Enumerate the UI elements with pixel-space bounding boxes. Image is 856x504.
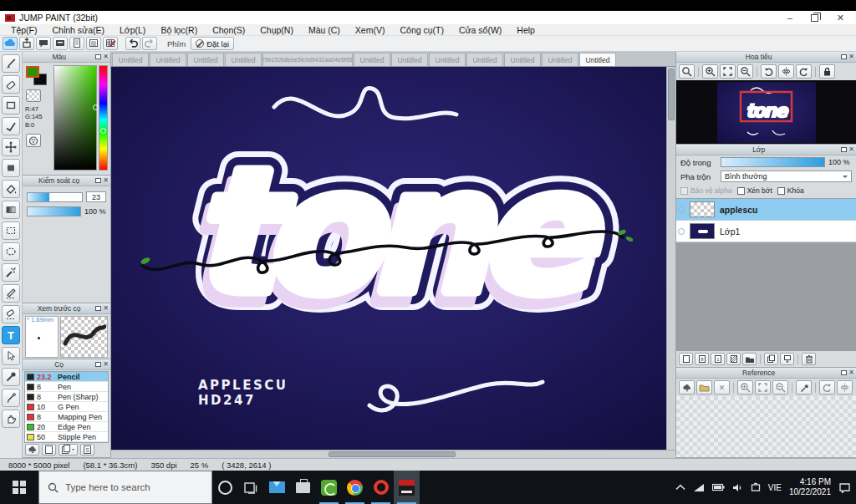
navigator-preview[interactable]: tone — [676, 80, 856, 144]
brush-tool[interactable] — [2, 54, 20, 73]
select-eraser-tool[interactable] — [2, 305, 20, 323]
brush-duplicate-button[interactable] — [59, 444, 78, 456]
close-icon[interactable]: ✕ — [848, 369, 854, 376]
popout-icon[interactable] — [95, 362, 101, 367]
ref-eyedropper-button[interactable] — [796, 380, 812, 395]
layer-opacity-slider[interactable] — [721, 157, 825, 167]
menu-file[interactable]: Tệp(F) — [3, 25, 45, 35]
network-icon[interactable] — [693, 483, 705, 492]
tab-untitled-active[interactable]: Untitled — [579, 53, 616, 66]
minimize-button[interactable]: – — [787, 13, 792, 23]
delete-layer-button[interactable] — [802, 353, 816, 365]
tab-untitled-4[interactable]: Untitled — [225, 53, 262, 66]
tab-untitled-6[interactable]: Untitled — [391, 53, 428, 66]
vscroll-handle[interactable] — [668, 69, 675, 120]
flip-horizontal-button[interactable] — [778, 64, 794, 79]
menu-tools[interactable]: Công cụ(T) — [392, 25, 451, 35]
zoom-in-button[interactable] — [702, 64, 718, 79]
brush-cloud-add-button[interactable] — [25, 444, 39, 456]
ref-open-button[interactable] — [696, 380, 712, 395]
tab-untitled-2[interactable]: Untitled — [150, 53, 186, 66]
tab-untitled-10[interactable]: Untitled — [542, 53, 578, 66]
ref-rotate-button[interactable] — [819, 380, 835, 395]
shape-rect-tool[interactable] — [2, 96, 20, 115]
select-pen-tool[interactable] — [2, 284, 20, 303]
menu-select[interactable]: Chọn(S) — [205, 25, 252, 35]
layer-folder-button[interactable] — [742, 353, 757, 365]
text-tool[interactable]: T — [2, 326, 20, 344]
divide-tool[interactable] — [2, 389, 20, 407]
brush-item-pen-sharp[interactable]: 8Pen (Sharp) — [25, 392, 108, 402]
rotate-right-button[interactable] — [796, 64, 812, 79]
comment-button[interactable] — [36, 37, 51, 50]
layer-visibility-toggle[interactable] — [678, 228, 685, 235]
layer-visibility-toggle[interactable] — [678, 206, 685, 213]
close-icon[interactable]: ✕ — [103, 53, 109, 60]
popout-icon[interactable] — [95, 306, 101, 311]
fill-rect-tool[interactable] — [2, 159, 20, 177]
blend-mode-select[interactable]: Bình thường — [721, 171, 852, 182]
taskbar-search-input[interactable]: Type here to search — [38, 471, 212, 504]
polyline-tool[interactable] — [2, 117, 20, 135]
lock-button[interactable] — [819, 64, 835, 79]
close-icon[interactable]: ✕ — [103, 305, 109, 312]
mail-app-button[interactable] — [264, 471, 290, 504]
list-layout-button[interactable] — [86, 37, 101, 50]
language-indicator[interactable]: VIE — [768, 483, 782, 492]
popout-icon[interactable] — [841, 147, 847, 152]
menu-layer[interactable]: Lớp(L) — [112, 25, 153, 35]
lock-checkbox[interactable]: Khóa — [777, 186, 804, 195]
popout-icon[interactable] — [841, 370, 847, 375]
material-grid-button[interactable] — [103, 37, 118, 50]
close-icon[interactable]: ✕ — [103, 361, 109, 368]
duplicate-layer-button[interactable] — [764, 353, 778, 365]
restore-button[interactable] — [811, 14, 818, 22]
document-button[interactable] — [69, 37, 84, 50]
store-app-button[interactable] — [290, 471, 316, 504]
brush-opacity-slider[interactable] — [27, 206, 81, 216]
clock[interactable]: 4:16 PM 10/22/2021 — [789, 477, 831, 498]
opera-app-button[interactable] — [368, 471, 394, 504]
add-8bit-layer-button[interactable]: 8 — [695, 353, 709, 365]
reset-button[interactable]: Đặt lại — [191, 37, 234, 50]
screen-comment-button[interactable] — [53, 37, 68, 50]
hue-slider[interactable] — [99, 65, 108, 171]
rotate-left-button[interactable] — [761, 64, 777, 79]
hand-tool[interactable] — [2, 410, 20, 428]
eraser-tool[interactable] — [2, 75, 20, 94]
hscroll-handle[interactable] — [329, 451, 456, 457]
battery-icon[interactable] — [712, 483, 725, 491]
lasso-tool[interactable] — [2, 242, 20, 261]
close-icon[interactable]: ✕ — [848, 53, 854, 60]
tab-file-jpg[interactable]: f1e79b152b8ebe5fc9d9432aa04e5f95.jpg — [262, 53, 353, 66]
brush-size-value[interactable]: 23 — [86, 191, 106, 202]
redo-button[interactable] — [142, 37, 157, 50]
merge-layer-button[interactable] — [780, 353, 794, 365]
close-button[interactable]: ✕ — [837, 13, 844, 23]
medibang-app-button[interactable] — [316, 471, 342, 504]
tab-untitled-5[interactable]: Untitled — [354, 53, 390, 66]
popout-icon[interactable] — [841, 54, 847, 59]
share-button[interactable] — [19, 37, 34, 50]
tray-expand-icon[interactable] — [675, 484, 685, 491]
ref-flip-button[interactable] — [837, 380, 853, 395]
tab-untitled-9[interactable]: Untitled — [504, 53, 541, 66]
jump-paint-app-button[interactable] — [394, 471, 420, 504]
close-icon[interactable]: ✕ — [103, 177, 109, 184]
add-1bit-layer-button[interactable]: 1 — [711, 353, 725, 365]
tab-untitled-8[interactable]: Untitled — [466, 53, 503, 66]
menu-snap[interactable]: Chụp(N) — [252, 25, 301, 35]
zoom-out-button[interactable] — [737, 64, 753, 79]
ref-cloud-button[interactable] — [679, 380, 695, 395]
task-view-button[interactable] — [238, 471, 264, 504]
layer-item-lop1[interactable]: Lớp1 — [676, 221, 856, 242]
menu-edit[interactable]: Chỉnh sửa(E) — [45, 25, 112, 35]
saturation-value-picker[interactable] — [54, 65, 97, 171]
tab-untitled-7[interactable]: Untitled — [429, 53, 466, 66]
tray-app-icon[interactable] — [751, 482, 761, 492]
clipping-checkbox[interactable]: Xén bớt — [737, 186, 772, 195]
color-swatches[interactable] — [25, 65, 50, 87]
menu-help[interactable]: Help — [509, 25, 543, 35]
brush-item-g-pen[interactable]: 10G Pen — [25, 402, 108, 412]
bucket-tool[interactable] — [2, 180, 20, 198]
